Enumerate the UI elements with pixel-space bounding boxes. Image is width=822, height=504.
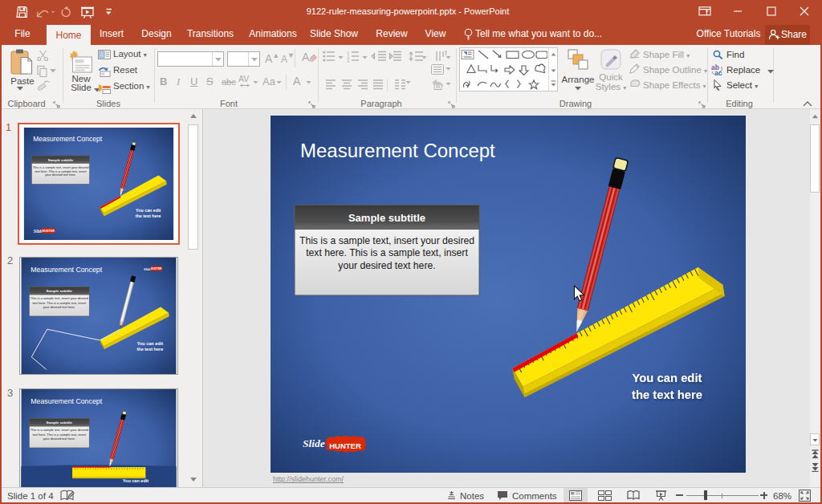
svg-text:Sample subtitle: Sample subtitle: [47, 289, 73, 293]
svg-text:the text here: the text here: [136, 213, 161, 218]
svg-text:HUNTER: HUNTER: [42, 230, 55, 233]
svg-text:the text here: the text here: [136, 347, 163, 352]
svg-text:Sample subtitle: Sample subtitle: [47, 421, 73, 425]
svg-text:This is a sample text, insert: This is a sample text, insert your desir…: [31, 296, 88, 300]
svg-text:AV: AV: [238, 75, 249, 83]
svg-text:Measurement Concept: Measurement Concept: [31, 397, 102, 405]
svg-text:You can edit: You can edit: [136, 208, 161, 213]
svg-text:text here. This is a sample te: text here. This is a sample text, insert: [306, 247, 468, 258]
svg-text:This is a sample text, insert: This is a sample text, insert your desir…: [299, 235, 474, 246]
svg-text:You can edit: You can edit: [633, 372, 702, 384]
svg-text:This is a sample text, insert: This is a sample text, insert your desir…: [33, 165, 89, 169]
svg-text:HUNTER: HUNTER: [329, 441, 361, 450]
svg-text:your desired text here.: your desired text here.: [43, 305, 75, 309]
svg-text:Slide: Slide: [144, 267, 151, 271]
svg-text:ac: ac: [714, 69, 722, 76]
svg-text:Sample subtitle: Sample subtitle: [348, 212, 425, 224]
svg-text:3: 3: [347, 59, 350, 63]
svg-text:text here. This is a sample te: text here. This is a sample text, insert: [32, 433, 87, 437]
svg-text:Measurement Concept: Measurement Concept: [300, 140, 495, 161]
svg-text:your desired text here.: your desired text here.: [43, 437, 75, 441]
svg-text:HUNTER: HUNTER: [151, 267, 162, 270]
svg-text:You can edit: You can edit: [123, 478, 149, 483]
svg-text:A: A: [302, 51, 310, 63]
svg-text:your desired text here.: your desired text here.: [45, 173, 76, 177]
svg-text:text here. This is a sample te: text here. This is a sample text, insert: [35, 169, 87, 173]
svg-text:You can edit: You can edit: [137, 341, 164, 346]
svg-text:Slide: Slide: [303, 437, 325, 449]
svg-text:the text here: the text here: [632, 388, 702, 401]
svg-text:Measurement Concept: Measurement Concept: [31, 266, 102, 274]
svg-text:This is a sample text, insert: This is a sample text, insert your desir…: [31, 428, 88, 432]
svg-text:Sample subtitle: Sample subtitle: [48, 158, 74, 162]
svg-text:Measurement Concept: Measurement Concept: [33, 135, 102, 143]
svg-text:text here. This is a sample te: text here. This is a sample text, insert: [32, 301, 87, 305]
svg-text:your desired text here.: your desired text here.: [338, 260, 435, 271]
